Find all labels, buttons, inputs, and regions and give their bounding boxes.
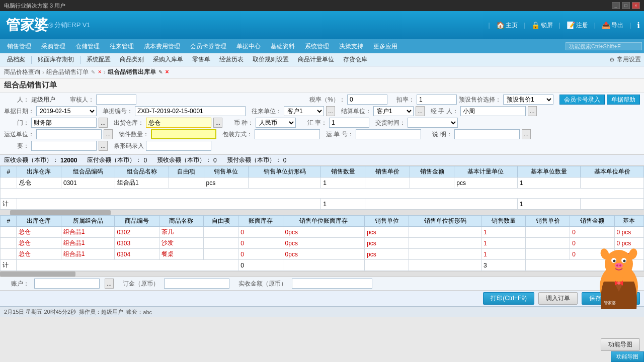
packing-input[interactable] [255, 129, 320, 139]
order-no-label: 单据编号： [103, 107, 133, 116]
col-free: 自由项 [169, 166, 204, 177]
nav-voucher[interactable]: 单据中心 [231, 39, 266, 53]
nav-search-input[interactable] [566, 42, 642, 50]
nav-purchase[interactable]: 采购管理 [36, 39, 70, 53]
home-button[interactable]: 🏠 主页 [496, 21, 518, 30]
to-unit-select[interactable]: 客户1 [284, 106, 324, 116]
price-select[interactable]: 预设售价1 [503, 95, 553, 105]
settlement-browse[interactable]: … [416, 106, 425, 116]
tracking-input[interactable] [356, 129, 421, 139]
toolbar-warehouse[interactable]: 存货仓库 [339, 54, 371, 65]
to-unit-browse[interactable]: … [326, 106, 335, 116]
warehouse-input[interactable] [146, 118, 211, 128]
cell-base-qty: 1 [517, 177, 581, 189]
account-input[interactable] [34, 279, 100, 289]
order-no-input[interactable] [135, 106, 246, 116]
export-button[interactable]: 📤 导出 [602, 21, 623, 30]
breadcrumb-item-3[interactable]: 组合品销售出库单 ✎ × [108, 68, 169, 76]
dept-browse[interactable]: … [99, 118, 108, 128]
toolbar-initial[interactable]: 账面库存期初 [34, 54, 78, 65]
toolbar-history[interactable]: 经营历表 [215, 54, 248, 65]
table-row[interactable]: 总仓 0301 组合品1 pcs 1 pcs 1 [1, 177, 644, 189]
h-scrollbar[interactable] [0, 210, 644, 215]
detail-row[interactable]: 总仓 组合品1 0304 餐桌 0 0pcs pcs 1 0 0 pcs [1, 249, 644, 260]
maximize-button[interactable]: □ [622, 2, 630, 9]
settlement-select[interactable]: 客户1 [373, 106, 414, 116]
exchange-input[interactable] [329, 118, 369, 128]
breadcrumb-close-2[interactable]: × [165, 68, 169, 75]
detail-table-container: # 出库仓库 所属组合品 商品编号 商品名称 自由项 账面库存 销售单位账面库存… [0, 215, 644, 272]
function-map-button[interactable]: 功能导图 [611, 351, 644, 362]
delivery-select[interactable] [408, 118, 458, 128]
dept-input[interactable] [31, 118, 97, 128]
detail-row[interactable]: 总仓 组合品1 0302 茶几 0 0pcs pcs 1 0 0 pcs [1, 227, 644, 238]
lock-button[interactable]: 🔒 锁屏 [531, 21, 553, 30]
note-browse[interactable]: … [99, 141, 108, 151]
date-select[interactable]: 2019-02-15 [36, 106, 97, 116]
breadcrumb-item-2[interactable]: 组合品销售订单 ✎ × [46, 68, 102, 76]
svg-point-4 [613, 260, 616, 262]
breadcrumb-edit-icon: ✎ [91, 69, 95, 75]
toolbar-category[interactable]: 商品类别 [116, 54, 148, 65]
minimize-button[interactable]: _ [612, 2, 620, 9]
toolbar-measure[interactable]: 商品计量单位 [294, 54, 338, 65]
register-button[interactable]: 📝 注册 [567, 21, 588, 30]
nav-cost[interactable]: 成本费用管理 [139, 39, 185, 53]
handler-input[interactable] [460, 106, 526, 116]
h-scroll-thumb-2[interactable] [0, 272, 75, 277]
discount-input[interactable] [417, 95, 457, 105]
header-nav[interactable]: | 🏠 主页 | 🔒 锁屏 | 📝 注册 | 📤 导出 | ℹ [488, 11, 640, 39]
handler-browse[interactable]: … [528, 106, 537, 116]
reviewer-input[interactable] [96, 95, 136, 105]
warehouse-browse[interactable]: … [213, 118, 222, 128]
h-scroll-thumb[interactable] [10, 210, 111, 215]
status-operator-label: 操作员： [79, 308, 101, 316]
close-button[interactable]: × [632, 2, 640, 9]
shipping-input[interactable] [36, 129, 102, 139]
price-select-label: 预设售价选择： [459, 96, 501, 104]
help-button[interactable]: 单据帮助 [607, 95, 640, 105]
svg-text:管家婆: 管家婆 [604, 301, 616, 305]
toolbar-settings[interactable]: ⚙ 常用设置 [609, 55, 641, 64]
nav-member[interactable]: 会员卡券管理 [185, 39, 231, 53]
order-amount-input[interactable] [164, 279, 229, 289]
nav-dealings[interactable]: 往来管理 [105, 39, 139, 53]
nav-sales[interactable]: 销售管理 [2, 39, 36, 53]
toolbar-product[interactable]: 品档案 [3, 54, 29, 65]
nav-decision[interactable]: 决策支持 [334, 39, 368, 53]
nav-system[interactable]: 系统管理 [300, 39, 334, 53]
nav-base[interactable]: 基础资料 [266, 39, 300, 53]
print-button[interactable]: 打印(Ctrl+F9) [483, 292, 534, 305]
help-map-button[interactable]: 功能导图 [601, 338, 640, 351]
breadcrumb-close-1[interactable]: × [98, 68, 102, 75]
toolbar-retail[interactable]: 零售单 [188, 54, 214, 65]
info-button[interactable]: ℹ [637, 21, 640, 30]
h-scrollbar-2[interactable] [0, 272, 644, 277]
dcol-warehouse: 出库仓库 [17, 216, 61, 227]
member-card-button[interactable]: 会员卡号录入 [559, 95, 605, 105]
detail-row[interactable]: 总仓 组合品1 0303 沙发 0 0pcs pcs 1 0 0 pcs [1, 238, 644, 249]
app-version: 分销ERP V1 [54, 21, 91, 30]
import-button[interactable]: 调入订单 [538, 292, 578, 305]
mascot-svg: 管家婆 [594, 246, 644, 312]
actual-amount-input[interactable] [292, 279, 372, 289]
account-browse[interactable]: … [105, 279, 114, 289]
note-input[interactable] [31, 141, 97, 151]
tax-rate-input[interactable] [347, 95, 387, 105]
toolbar-purchase-in[interactable]: 采购入库单 [149, 54, 187, 65]
col-base-unit: 基本计量单位 [454, 166, 518, 177]
barcode-input[interactable] [146, 141, 211, 151]
breadcrumb-item-1[interactable]: 商品价格查询 [4, 68, 40, 76]
nav-more[interactable]: 更多应用 [368, 39, 403, 53]
col-base-qty: 基本单位数量 [517, 166, 581, 177]
currency-select[interactable]: 人民币 [256, 118, 296, 128]
remark-browse[interactable]: … [522, 129, 531, 139]
title-controls[interactable]: _ □ × [612, 2, 640, 9]
shipping-browse[interactable]: … [104, 129, 113, 139]
nav-warehouse[interactable]: 仓储管理 [70, 39, 105, 53]
remark-input[interactable] [454, 129, 520, 139]
itemcount-input[interactable] [151, 129, 216, 139]
app-logo: 管家婆 [6, 16, 48, 35]
toolbar-price-rule[interactable]: 取价规则设置 [249, 54, 293, 65]
toolbar-config[interactable]: 系统配置 [83, 54, 115, 65]
